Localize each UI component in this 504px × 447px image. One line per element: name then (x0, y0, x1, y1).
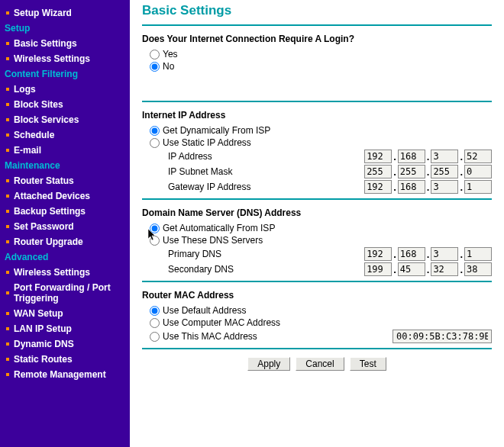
ip-octet-input[interactable] (464, 150, 492, 163)
ip-heading: Internet IP Address (142, 110, 492, 121)
dot-icon: . (393, 249, 396, 260)
bullet-icon (6, 358, 9, 361)
mac-address-input[interactable] (393, 330, 492, 343)
ip-dynamic-label: Get Dynamically From ISP (163, 125, 270, 136)
button-row: Apply Cancel Test (142, 357, 492, 371)
dot-icon: . (427, 166, 430, 178)
login-no-radio[interactable] (150, 62, 160, 72)
login-yes-label: Yes (163, 49, 178, 59)
ip-static-radio[interactable] (150, 138, 160, 148)
ip-octet-input[interactable] (398, 180, 425, 194)
nav-item[interactable]: Wireless Settings (5, 53, 125, 64)
apply-button[interactable]: Apply (247, 357, 290, 371)
test-button[interactable]: Test (350, 357, 386, 371)
cancel-button[interactable]: Cancel (296, 357, 344, 371)
bullet-icon (6, 42, 9, 45)
dot-icon: . (460, 182, 463, 193)
dot-icon: . (460, 249, 463, 260)
nav-item-label: LAN IP Setup (14, 323, 72, 334)
nav-item[interactable]: Static Routes (5, 354, 125, 365)
dot-icon: . (460, 166, 463, 178)
separator (142, 198, 492, 200)
nav-item[interactable]: Block Sites (5, 99, 125, 110)
nav-item[interactable]: Wireless Settings (5, 267, 125, 278)
ip-address-octets: ... (364, 150, 492, 163)
mac-default-radio[interactable] (150, 306, 160, 316)
nav-item-label: Port Forwarding / Port Triggering (14, 282, 125, 304)
nav-item-label: Set Password (14, 221, 74, 232)
nav-item[interactable]: Basic Settings (5, 38, 125, 49)
nav-item[interactable]: Router Status (5, 175, 125, 186)
ip-octet-input[interactable] (364, 180, 392, 194)
nav-item[interactable]: Set Password (5, 221, 125, 232)
nav-item[interactable]: Backup Settings (5, 206, 125, 217)
subnet-mask-octets: ... (364, 165, 492, 178)
ip-octet-input[interactable] (431, 247, 458, 261)
nav-item[interactable]: Remote Management (5, 369, 125, 380)
ip-octet-input[interactable] (431, 165, 458, 178)
dot-icon: . (393, 166, 396, 178)
nav-item[interactable]: Logs (5, 84, 125, 95)
nav-item-label: Router Status (14, 175, 74, 186)
nav-item[interactable]: Block Services (5, 114, 125, 125)
separator (142, 101, 492, 102)
bullet-icon (6, 133, 9, 137)
bullet-icon (6, 271, 9, 274)
nav-item[interactable]: Setup Wizard (5, 8, 125, 18)
nav-item[interactable]: Router Upgrade (5, 236, 125, 247)
ip-octet-input[interactable] (364, 165, 392, 178)
ip-octet-input[interactable] (398, 247, 425, 261)
ip-octet-input[interactable] (398, 150, 425, 163)
nav-item-label: Router Upgrade (14, 236, 83, 247)
nav-item[interactable]: E-mail (5, 145, 125, 156)
ip-dynamic-radio[interactable] (150, 126, 160, 136)
bullet-icon (6, 103, 9, 106)
dns-auto-radio[interactable] (150, 224, 160, 233)
ip-octet-input[interactable] (464, 262, 492, 276)
nav-item-label: Wireless Settings (14, 53, 90, 64)
primary-dns-label: Primary DNS (168, 249, 364, 259)
nav-item[interactable]: Schedule (5, 130, 125, 140)
mac-custom-radio[interactable] (150, 332, 160, 342)
nav-group: Maintenance (5, 160, 125, 171)
ip-octet-input[interactable] (431, 150, 458, 163)
bullet-icon (6, 88, 9, 91)
ip-address-row: IP Address ... (142, 150, 492, 163)
nav-item[interactable]: WAN Setup (5, 308, 125, 319)
page-title: Basic Settings (142, 3, 492, 18)
login-yes-radio[interactable] (150, 50, 160, 59)
nav-item-label: Basic Settings (14, 38, 77, 49)
nav-item-label: Backup Settings (14, 206, 86, 217)
ip-octet-input[interactable] (464, 165, 492, 178)
nav-item-label: Remote Management (14, 369, 106, 380)
ip-octet-input[interactable] (364, 247, 392, 261)
mac-computer-radio[interactable] (150, 318, 160, 328)
ip-octet-input[interactable] (398, 262, 425, 276)
ip-octet-input[interactable] (431, 262, 458, 276)
dns-manual-radio[interactable] (150, 236, 160, 246)
ip-octet-input[interactable] (464, 247, 492, 261)
ip-octet-input[interactable] (431, 180, 458, 194)
secondary-dns-octets: ... (364, 262, 492, 276)
nav-item-label: Attached Devices (14, 191, 90, 201)
nav-item[interactable]: Port Forwarding / Port Triggering (5, 282, 125, 304)
ip-octet-input[interactable] (398, 165, 425, 178)
bullet-icon (6, 179, 9, 182)
ip-octet-input[interactable] (364, 262, 392, 276)
bullet-icon (6, 118, 9, 121)
nav-group: Advanced (5, 252, 125, 262)
bullet-icon (6, 240, 9, 243)
bullet-icon (6, 57, 9, 60)
nav-item[interactable]: Attached Devices (5, 191, 125, 201)
nav-item-label: Logs (14, 84, 36, 95)
nav-item[interactable]: Dynamic DNS (5, 339, 125, 349)
ip-octet-input[interactable] (364, 150, 392, 163)
secondary-dns-label: Secondary DNS (168, 264, 364, 275)
nav-item-label: Dynamic DNS (14, 339, 74, 349)
mac-computer-label: Use Computer MAC Address (163, 317, 280, 328)
bullet-icon (6, 195, 9, 198)
dot-icon: . (427, 249, 430, 260)
nav-item-label: Block Sites (14, 99, 63, 110)
nav-item[interactable]: LAN IP Setup (5, 323, 125, 334)
ip-octet-input[interactable] (464, 180, 492, 194)
